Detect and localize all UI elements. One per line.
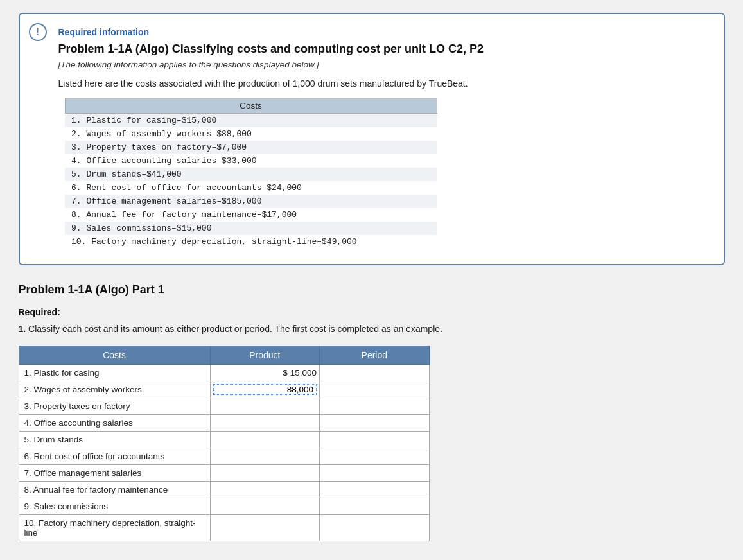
table-row: 8. Annual fee for factory maintenance bbox=[19, 482, 429, 498]
product-input-10[interactable] bbox=[213, 523, 317, 533]
col-header-product: Product bbox=[210, 346, 319, 365]
table-row: 4. Office accounting salaries bbox=[19, 415, 429, 432]
col-header-period: Period bbox=[320, 346, 429, 365]
period-cell-4[interactable] bbox=[320, 415, 429, 432]
cost-info-item-3: 3. Property taxes on factory–$7,000 bbox=[65, 141, 437, 154]
table-row: 9. Sales commissions bbox=[19, 498, 429, 515]
table-row: 7. Office management salaries bbox=[19, 465, 429, 482]
product-cell-7[interactable] bbox=[210, 465, 319, 482]
period-cell-6[interactable] bbox=[320, 448, 429, 465]
cost-info-item-2: 2. Wages of assembly workers–$88,000 bbox=[65, 127, 437, 141]
period-input-8[interactable] bbox=[322, 485, 426, 494]
period-cell-2[interactable] bbox=[320, 381, 429, 398]
period-cell-9[interactable] bbox=[320, 498, 429, 515]
row-label-7: 7. Office management salaries bbox=[19, 465, 210, 482]
page-container: ! Required information Problem 1-1A (Alg… bbox=[19, 13, 725, 541]
cost-info-item-5: 5. Drum stands–$41,000 bbox=[65, 168, 437, 181]
row-label-2: 2. Wages of assembly workers bbox=[19, 381, 210, 398]
cost-info-item-9: 9. Sales commissions–$15,000 bbox=[65, 222, 437, 235]
period-input-9[interactable] bbox=[322, 502, 426, 511]
period-input-10[interactable] bbox=[322, 523, 426, 533]
row-label-4: 4. Office accounting salaries bbox=[19, 415, 210, 432]
product-input-8[interactable] bbox=[213, 485, 317, 494]
cost-info-item-4: 4. Office accounting salaries–$33,000 bbox=[65, 154, 437, 168]
period-cell-10[interactable] bbox=[320, 515, 429, 541]
period-input-3[interactable] bbox=[322, 401, 426, 411]
product-input-5[interactable] bbox=[213, 435, 317, 444]
product-cell-1[interactable]: $15,000 bbox=[210, 365, 319, 381]
product-cell-4[interactable] bbox=[210, 415, 319, 432]
classify-table: Costs Product Period 1. Plastic for casi… bbox=[19, 346, 430, 541]
row-label-9: 9. Sales commissions bbox=[19, 498, 210, 515]
period-input-1[interactable] bbox=[322, 368, 426, 378]
period-input-5[interactable] bbox=[322, 435, 426, 444]
period-input-7[interactable] bbox=[322, 468, 426, 478]
row-label-6: 6. Rent cost of office for accountants bbox=[19, 448, 210, 465]
product-input-4[interactable] bbox=[213, 418, 317, 428]
product-value-1: 15,000 bbox=[290, 368, 317, 378]
product-input-2[interactable] bbox=[213, 384, 317, 395]
period-input-4[interactable] bbox=[322, 418, 426, 428]
period-cell-5[interactable] bbox=[320, 432, 429, 448]
costs-info-table: Costs 1. Plastic for casing–$15,0002. Wa… bbox=[65, 98, 437, 249]
dollar-sign-1: $ bbox=[283, 368, 288, 378]
row-label-1: 1. Plastic for casing bbox=[19, 365, 210, 381]
cost-info-item-8: 8. Annual fee for factory maintenance–$1… bbox=[65, 208, 437, 222]
required-label: Required: bbox=[19, 307, 725, 317]
product-input-9[interactable] bbox=[213, 502, 317, 511]
problem-subtitle: [The following information applies to th… bbox=[58, 60, 704, 69]
costs-info-header: Costs bbox=[65, 98, 437, 114]
product-input-7[interactable] bbox=[213, 468, 317, 478]
period-cell-8[interactable] bbox=[320, 482, 429, 498]
period-cell-1[interactable] bbox=[320, 365, 429, 381]
required-info-box: ! Required information Problem 1-1A (Alg… bbox=[19, 13, 725, 265]
part1-title: Problem 1-1A (Algo) Part 1 bbox=[19, 283, 725, 297]
cost-info-item-7: 7. Office management salaries–$185,000 bbox=[65, 195, 437, 208]
instruction-text: 1. Classify each cost and its amount as … bbox=[19, 324, 725, 334]
cost-info-item-1: 1. Plastic for casing–$15,000 bbox=[65, 114, 437, 128]
part1-section: Problem 1-1A (Algo) Part 1 Required: 1. … bbox=[19, 283, 725, 541]
product-input-3[interactable] bbox=[213, 401, 317, 411]
period-cell-3[interactable] bbox=[320, 398, 429, 415]
product-input-6[interactable] bbox=[213, 451, 317, 461]
row-label-5: 5. Drum stands bbox=[19, 432, 210, 448]
row-label-10: 10. Factory machinery depreciation, stra… bbox=[19, 515, 210, 541]
product-cell-8[interactable] bbox=[210, 482, 319, 498]
col-header-costs: Costs bbox=[19, 346, 210, 365]
period-input-6[interactable] bbox=[322, 451, 426, 461]
cost-info-item-10: 10. Factory machinery depreciation, stra… bbox=[65, 235, 437, 249]
product-cell-5[interactable] bbox=[210, 432, 319, 448]
table-row: 3. Property taxes on factory bbox=[19, 398, 429, 415]
period-input-2[interactable] bbox=[322, 385, 426, 394]
required-info-label: Required information bbox=[58, 27, 704, 37]
instruction-number: 1. bbox=[19, 324, 26, 334]
product-cell-9[interactable] bbox=[210, 498, 319, 515]
row-label-3: 3. Property taxes on factory bbox=[19, 398, 210, 415]
period-cell-7[interactable] bbox=[320, 465, 429, 482]
cost-info-item-6: 6. Rent cost of office for accountants–$… bbox=[65, 181, 437, 195]
product-cell-6[interactable] bbox=[210, 448, 319, 465]
row-label-8: 8. Annual fee for factory maintenance bbox=[19, 482, 210, 498]
product-cell-3[interactable] bbox=[210, 398, 319, 415]
product-cell-2[interactable] bbox=[210, 381, 319, 398]
table-row: 2. Wages of assembly workers bbox=[19, 381, 429, 398]
intro-text: Listed here are the costs associated wit… bbox=[58, 78, 704, 89]
table-row: 5. Drum stands bbox=[19, 432, 429, 448]
table-row: 10. Factory machinery depreciation, stra… bbox=[19, 515, 429, 541]
instruction-body: Classify each cost and its amount as eit… bbox=[28, 324, 442, 334]
problem-title: Problem 1-1A (Algo) Classifying costs an… bbox=[58, 42, 704, 56]
table-row: 1. Plastic for casing$15,000 bbox=[19, 365, 429, 381]
exclamation-icon: ! bbox=[29, 23, 47, 41]
table-row: 6. Rent cost of office for accountants bbox=[19, 448, 429, 465]
product-cell-10[interactable] bbox=[210, 515, 319, 541]
